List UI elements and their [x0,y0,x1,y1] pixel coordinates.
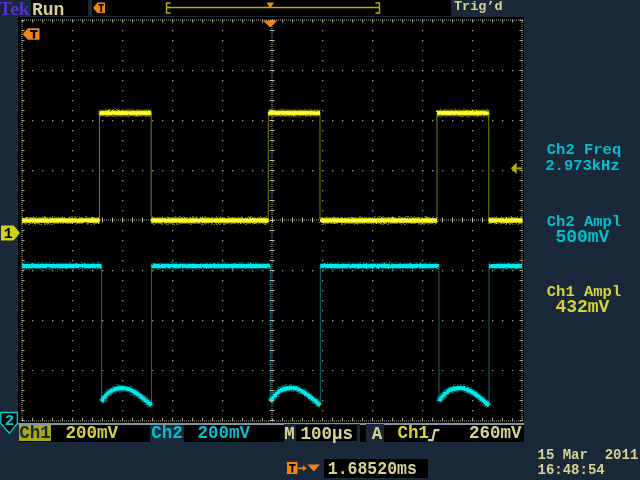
svg-text:1: 1 [4,226,13,243]
svg-text:2: 2 [5,413,14,430]
